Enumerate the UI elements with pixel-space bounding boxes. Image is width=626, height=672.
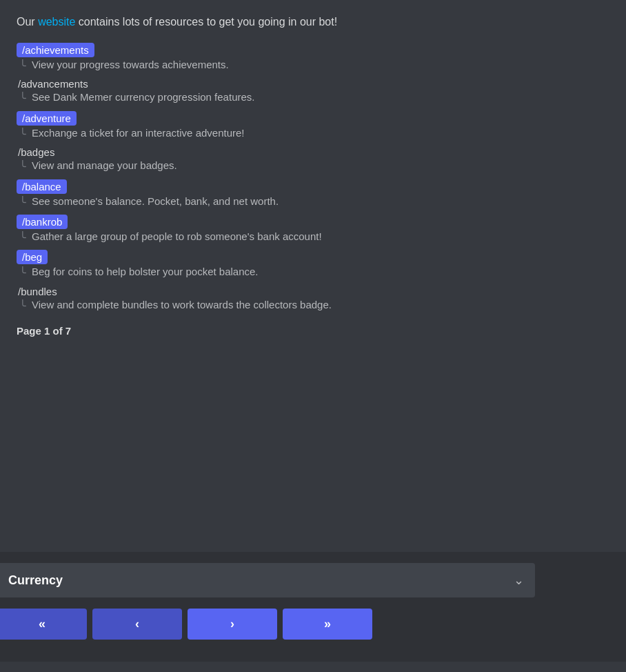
nav-buttons: « ‹ › » <box>0 609 626 651</box>
list-item: /beg Beg for coins to help bolster your … <box>17 250 609 281</box>
next-page-button[interactable]: › <box>188 609 277 640</box>
first-page-button[interactable]: « <box>0 609 87 640</box>
command-name-advancements: /advancements <box>17 78 609 90</box>
bottom-section: Currency ⌄ « ‹ › » <box>0 552 626 662</box>
command-name-adventure[interactable]: /adventure <box>17 111 77 126</box>
category-dropdown[interactable]: Currency ⌄ <box>0 563 535 597</box>
command-description-adventure: Exchange a ticket for an interactive adv… <box>17 127 609 142</box>
command-name-bundles: /bundles <box>17 286 609 297</box>
intro-text-before: Our <box>17 16 38 28</box>
main-container: Our website contains lots of resources t… <box>0 0 626 552</box>
command-name-beg[interactable]: /beg <box>17 250 48 264</box>
list-item: /balance See someone's balance. Pocket, … <box>17 179 609 210</box>
list-item: /badges View and manage your badges. <box>17 146 609 175</box>
command-description-advancements: See Dank Memer currency progression feat… <box>17 91 609 106</box>
command-name-achievements[interactable]: /achievements <box>17 43 94 57</box>
command-description-bankrob: Gather a large group of people to rob so… <box>17 230 609 246</box>
command-description-bundles: View and complete bundles to work toward… <box>17 299 609 314</box>
prev-page-icon: ‹ <box>135 617 139 631</box>
command-name-balance[interactable]: /balance <box>17 179 67 194</box>
list-item: /advancements See Dank Memer currency pr… <box>17 78 609 106</box>
last-page-button[interactable]: » <box>283 609 372 640</box>
next-page-icon: › <box>230 617 234 631</box>
dropdown-label: Currency <box>8 573 63 588</box>
command-name-badges: /badges <box>17 146 609 158</box>
command-description-achievements: View your progress towards achievements. <box>17 59 609 74</box>
command-list: /achievements View your progress towards… <box>17 43 609 314</box>
intro-text-after: contains lots of resources to get you go… <box>75 16 337 28</box>
intro-text: Our website contains lots of resources t… <box>17 14 609 30</box>
command-description-beg: Beg for coins to help bolster your pocke… <box>17 266 609 281</box>
page-info: Page 1 of 7 <box>17 325 609 337</box>
command-description-balance: See someone's balance. Pocket, bank, and… <box>17 195 609 210</box>
list-item: /bundles View and complete bundles to wo… <box>17 286 609 314</box>
list-item: /achievements View your progress towards… <box>17 43 609 74</box>
list-item: /adventure Exchange a ticket for an inte… <box>17 111 609 142</box>
list-item: /bankrob Gather a large group of people … <box>17 215 609 246</box>
website-link[interactable]: website <box>38 16 75 28</box>
command-name-bankrob[interactable]: /bankrob <box>17 215 68 229</box>
last-page-icon: » <box>324 617 331 631</box>
command-description-badges: View and manage your badges. <box>17 159 609 175</box>
first-page-icon: « <box>39 617 46 631</box>
prev-page-button[interactable]: ‹ <box>92 609 182 640</box>
chevron-down-icon: ⌄ <box>514 573 524 588</box>
